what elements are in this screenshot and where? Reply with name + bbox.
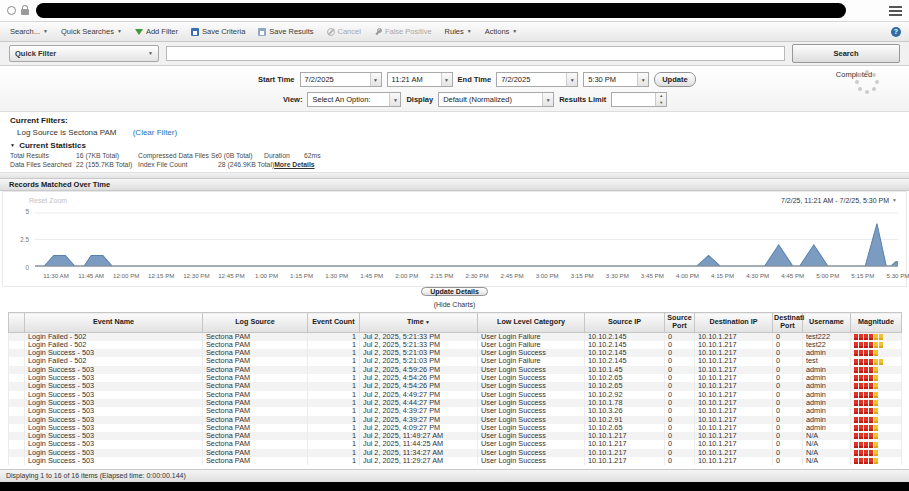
browser-menu-icon[interactable] [889,6,902,16]
cell-time: Jul 2, 2025, 4:54:26 PM [360,382,478,390]
more-details-link[interactable]: More Details [274,161,314,170]
column-header-time[interactable]: Time ▼ [360,313,478,333]
column-header-magnitude[interactable]: Magnitude [851,313,902,333]
table-row[interactable]: Login Success - 503Sectona PAM1Jul 2, 20… [9,399,902,407]
cell-event-name: Login Success - 503 [25,349,203,357]
lock-icon[interactable] [21,9,29,15]
update-details-button[interactable]: Update Details [421,287,488,296]
cell-destination-ip: 10.10.1.217 [695,391,773,399]
clear-filter-link[interactable]: (Clear Filter) [133,128,177,137]
cell-magnitude [851,391,902,399]
x-tick-label: 1:15 PM [290,272,313,279]
column-header-source-ip[interactable]: Source IP [585,313,665,333]
toolbar-search-menu[interactable]: Search... ▼ [10,27,48,36]
chevron-down-icon: ▼ [512,29,517,34]
quick-filter-select[interactable]: Quick Filter ▼ [9,45,159,62]
help-icon[interactable]: ? [891,27,901,37]
column-header-spacer [9,313,25,333]
column-header-destination-ip[interactable]: Destination IP [695,313,773,333]
toolbar-save-criteria-button[interactable]: Save Criteria [191,27,245,36]
address-bar-redacted[interactable] [36,3,846,18]
cell-spacer [9,440,25,448]
end-time-dropdown[interactable]: 5:30 PM ▼ [583,72,649,87]
cell-time: Jul 2, 2025, 11:44:25 AM [360,440,478,448]
start-date-dropdown[interactable]: 7/2/2025 ▼ [300,72,382,87]
cell-event-name: Login Success - 503 [25,407,203,415]
column-header-low-level-category[interactable]: Low Level Category [478,313,585,333]
data-files-value: 22 (155.7KB Total) [76,161,138,170]
table-row[interactable]: Login Success - 503Sectona PAM1Jul 2, 20… [9,457,902,465]
view-dropdown[interactable]: Select An Option: ▼ [307,92,401,107]
update-button[interactable]: Update [654,72,695,87]
magnitude-segment-red [864,342,868,348]
results-limit-stepper[interactable]: ▲▼ [611,92,667,107]
stepper-arrows-icon[interactable]: ▲▼ [655,93,666,106]
table-row[interactable]: Login Success - 503Sectona PAM1Jul 2, 20… [9,440,902,448]
cell-event-name: Login Success - 503 [25,382,203,390]
toolbar-add-filter-button[interactable]: Add Filter [135,27,178,36]
toolbar-save-results-button[interactable]: Save Results [258,27,313,36]
x-tick-label: 12:00 PM [113,272,139,279]
column-header-source-port[interactable]: SourcePort [665,313,695,333]
display-value: Default (Normalized) [443,95,512,104]
cell-destination-port: 0 [773,349,803,357]
toolbar-save-results-label: Save Results [269,27,313,36]
x-tick-label: 4:45 PM [781,272,804,279]
x-tick-label: 3:15 PM [571,272,594,279]
toolbar-rules-menu[interactable]: Rules ▼ [445,27,472,36]
column-header-event-name[interactable]: Event Name [25,313,203,333]
column-header-event-count[interactable]: Event Count [308,313,360,333]
search-button[interactable]: Search [792,44,900,63]
magnitude-segment-red [854,359,858,365]
cell-destination-ip: 10.10.1.217 [695,457,773,465]
column-header-username[interactable]: Username [803,313,851,333]
cell-log-source: Sectona PAM [203,341,308,349]
cell-time: Jul 2, 2025, 5:21:33 PM [360,332,478,341]
time-range-row: Start Time 7/2/2025 ▼ 11:21 AM ▼ End Tim… [258,72,696,87]
hide-charts-link[interactable]: (Hide Charts) [0,301,909,312]
table-row[interactable]: Login Success - 503Sectona PAM1Jul 2, 20… [9,382,902,390]
toolbar-false-positive-button: False Positive [374,27,432,36]
table-row[interactable]: Login Success - 503Sectona PAM1Jul 2, 20… [9,366,902,374]
quick-filter-input[interactable] [166,46,785,61]
table-row[interactable]: Login Failed - 502Sectona PAM1Jul 2, 202… [9,332,902,341]
chart-range-dropdown[interactable]: 7/2/25, 11:21 AM - 7/2/25, 5:30 PM ▼ [781,197,897,204]
area-chart-svg [35,212,898,267]
table-row[interactable]: Login Success - 503Sectona PAM1Jul 2, 20… [9,349,902,357]
cell-destination-ip: 10.10.1.217 [695,332,773,341]
table-row[interactable]: Login Success - 503Sectona PAM1Jul 2, 20… [9,432,902,440]
column-header-log-source[interactable]: Log Source [203,313,308,333]
cell-destination-port: 0 [773,440,803,448]
cell-username: admin [803,374,851,382]
cell-low-level-category: User Login Success [478,366,585,374]
start-time-dropdown[interactable]: 11:21 AM ▼ [387,72,453,87]
cell-event-name: Login Success - 503 [25,449,203,457]
cell-magnitude [851,332,902,341]
cell-event-name: Login Failed - 502 [25,357,203,365]
magnitude-segment-red [864,375,868,381]
end-date-dropdown[interactable]: 7/2/2025 ▼ [496,72,578,87]
records-chart[interactable]: Reset Zoom 7/2/25, 11:21 AM - 7/2/25, 5:… [2,191,907,287]
table-row[interactable]: Login Success - 503Sectona PAM1Jul 2, 20… [9,374,902,382]
x-tick-label: 5:30 PM [886,272,909,279]
column-header-destination-port[interactable]: DestinatiPort [773,313,803,333]
search-status: Completed [823,69,885,79]
site-info-icon[interactable] [7,6,16,15]
table-row[interactable]: Login Success - 503Sectona PAM1Jul 2, 20… [9,407,902,415]
cell-destination-ip: 10.10.1.217 [695,341,773,349]
table-row[interactable]: Login Success - 503Sectona PAM1Jul 2, 20… [9,424,902,432]
cell-username: admin [803,424,851,432]
table-row[interactable]: Login Failed - 502Sectona PAM1Jul 2, 202… [9,341,902,349]
cell-destination-ip: 10.10.1.217 [695,366,773,374]
table-row[interactable]: Login Failed - 502Sectona PAM1Jul 2, 202… [9,357,902,365]
table-row[interactable]: Login Success - 503Sectona PAM1Jul 2, 20… [9,416,902,424]
current-statistics-toggle[interactable]: ▼ Current Statistics [10,141,899,150]
magnitude-segment-red [864,425,868,431]
table-row[interactable]: Login Success - 503Sectona PAM1Jul 2, 20… [9,449,902,457]
toolbar-quick-searches-menu[interactable]: Quick Searches ▼ [61,27,122,36]
table-row[interactable]: Login Success - 503Sectona PAM1Jul 2, 20… [9,391,902,399]
toolbar-actions-menu[interactable]: Actions ▼ [485,27,518,36]
display-dropdown[interactable]: Default (Normalized) ▼ [438,92,554,107]
magnitude-segment-yellow [874,417,878,423]
chart-plot-area[interactable] [35,212,898,267]
